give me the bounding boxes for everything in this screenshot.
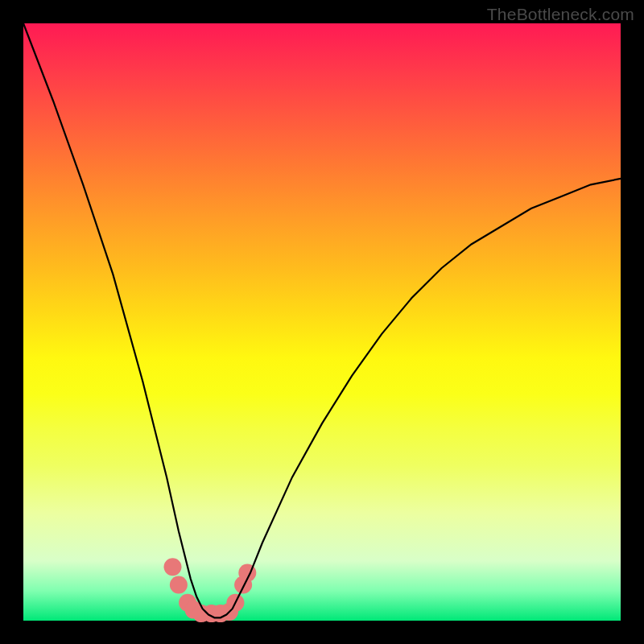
marker-dot [170, 576, 188, 594]
watermark-text: TheBottleneck.com [487, 5, 634, 24]
marker-dot [164, 558, 182, 576]
chart-container: TheBottleneck.com [0, 0, 644, 644]
chart-svg [0, 0, 644, 644]
bottleneck-curve [23, 23, 621, 617]
